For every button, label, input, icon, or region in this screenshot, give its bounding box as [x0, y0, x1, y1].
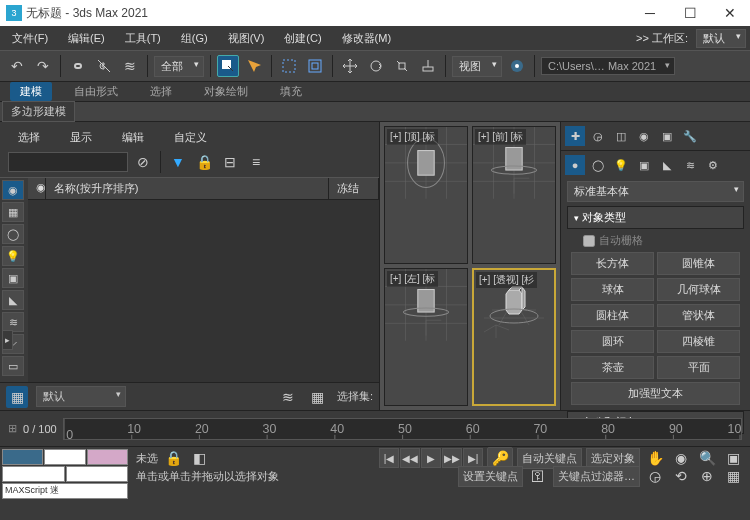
track-a[interactable]	[2, 449, 43, 465]
filter-toggle-button[interactable]: ▼	[167, 151, 189, 173]
track-c[interactable]	[87, 449, 128, 465]
ribbon-tab-freeform[interactable]: 自由形式	[64, 82, 128, 101]
scene-search-input[interactable]	[8, 152, 128, 172]
track-b[interactable]	[44, 449, 85, 465]
motion-tab-icon[interactable]: ◉	[634, 126, 654, 146]
filter-helpers-icon[interactable]: ◣	[2, 290, 24, 310]
prev-frame-button[interactable]: ◀◀	[400, 448, 420, 468]
menu-create[interactable]: 创建(C)	[276, 29, 329, 48]
keyfilter-button[interactable]: 关键点过滤器…	[553, 466, 640, 487]
filter-all-icon[interactable]: ◉	[2, 180, 24, 200]
select-object-button[interactable]	[217, 55, 239, 77]
key-mode-icon[interactable]: ⚿	[527, 465, 549, 487]
menu-modifiers[interactable]: 修改器(M)	[334, 29, 400, 48]
ribbon-tab-selection[interactable]: 选择	[140, 82, 182, 101]
maximize-button[interactable]: ☐	[670, 0, 710, 26]
scale-button[interactable]	[391, 55, 413, 77]
geometry-icon[interactable]: ●	[565, 155, 585, 175]
viewport-perspective-label[interactable]: [+] [透视] [杉	[476, 272, 537, 288]
layers-icon[interactable]: ≋	[277, 386, 299, 408]
nav-orbit-icon[interactable]: ⟲	[670, 465, 692, 487]
placement-button[interactable]	[417, 55, 439, 77]
utilities-tab-icon[interactable]: 🔧	[680, 126, 700, 146]
setkey-button[interactable]: 设置关键点	[458, 466, 523, 487]
view-options-icon[interactable]: ≡	[245, 151, 267, 173]
se-tab-custom[interactable]: 自定义	[164, 128, 217, 147]
col-name[interactable]: 名称(按升序排序)	[46, 178, 329, 199]
helpers-icon[interactable]: ◣	[657, 155, 677, 175]
ribbon-tab-objpaint[interactable]: 对象绘制	[194, 82, 258, 101]
btn-sphere[interactable]: 球体	[571, 278, 654, 301]
viewport-left-label[interactable]: [+] [左] [标	[387, 271, 438, 287]
left-edge-tab[interactable]: ▸	[2, 330, 13, 350]
pivot-center-button[interactable]	[506, 55, 528, 77]
btn-plane[interactable]: 平面	[657, 356, 740, 379]
unlink-button[interactable]	[93, 55, 115, 77]
viewport-top[interactable]: [+] [顶] [标	[384, 126, 468, 264]
spacewarps-icon[interactable]: ≋	[680, 155, 700, 175]
selection-filter[interactable]: 全部	[154, 56, 204, 77]
window-crossing-button[interactable]	[304, 55, 326, 77]
goto-start-button[interactable]: |◀	[379, 448, 399, 468]
filter-spacewarps-icon[interactable]: ≋	[2, 312, 24, 332]
display-tab-icon[interactable]: ▣	[657, 126, 677, 146]
scene-list[interactable]: ◉ 名称(按升序排序) 冻结	[28, 178, 379, 382]
se-tab-select[interactable]: 选择	[8, 128, 50, 147]
se-tab-edit[interactable]: 编辑	[112, 128, 154, 147]
time-slider[interactable]: 0 10 20 30 40 50 60 70 80 90 100	[63, 418, 742, 440]
rotate-button[interactable]	[365, 55, 387, 77]
nav-dolly-icon[interactable]: ⊕	[696, 465, 718, 487]
pin-icon[interactable]: ⊟	[219, 151, 241, 173]
col-frozen[interactable]: 冻结	[329, 178, 379, 199]
filter-groups-icon[interactable]: ▭	[2, 356, 24, 376]
ribbon-tab-populate[interactable]: 填充	[270, 82, 312, 101]
ribbon-tab-modeling[interactable]: 建模	[10, 82, 52, 101]
btn-pyramid[interactable]: 四棱锥	[657, 330, 740, 353]
track-e[interactable]	[66, 466, 129, 482]
ribbon-sub-polymodel[interactable]: 多边形建模	[2, 101, 75, 122]
autogrid-checkbox[interactable]	[583, 235, 595, 247]
lock-selection-icon[interactable]: 🔒	[162, 447, 184, 469]
se-tab-display[interactable]: 显示	[60, 128, 102, 147]
viewport-perspective[interactable]: [+] [透视] [杉	[472, 268, 556, 406]
play-button[interactable]: ▶	[421, 448, 441, 468]
nav-walk-icon[interactable]: ▦	[722, 465, 744, 487]
select-by-name-button[interactable]	[243, 55, 265, 77]
time-config-icon[interactable]: ⊞	[8, 422, 17, 435]
btn-tube[interactable]: 管状体	[657, 304, 740, 327]
viewport-front[interactable]: [+] [前] [标	[472, 126, 556, 264]
modify-tab-icon[interactable]: ◶	[588, 126, 608, 146]
filter-geometry-icon[interactable]: ▦	[2, 202, 24, 222]
filter-cameras-icon[interactable]: ▣	[2, 268, 24, 288]
default-layer-selector[interactable]: 默认	[36, 386, 126, 407]
nav-fov-icon[interactable]: ◶	[644, 465, 666, 487]
rollout-objecttype[interactable]: 对象类型	[567, 206, 744, 229]
btn-textplus[interactable]: 加强型文本	[571, 382, 740, 405]
cameras-icon[interactable]: ▣	[634, 155, 654, 175]
workspace-selector[interactable]: 默认	[696, 29, 746, 48]
move-button[interactable]	[339, 55, 361, 77]
menu-tools[interactable]: 工具(T)	[117, 29, 169, 48]
undo-button[interactable]: ↶	[6, 55, 28, 77]
menu-edit[interactable]: 编辑(E)	[60, 29, 113, 48]
menu-group[interactable]: 组(G)	[173, 29, 216, 48]
isolate-icon[interactable]: ◧	[188, 447, 210, 469]
menu-file[interactable]: 文件(F)	[4, 29, 56, 48]
close-button[interactable]: ✕	[710, 0, 750, 26]
create-tab-icon[interactable]: ✚	[565, 126, 585, 146]
rect-region-button[interactable]	[278, 55, 300, 77]
project-path[interactable]: C:\Users\… Max 2021	[541, 57, 675, 75]
filter-lights-icon[interactable]: 💡	[2, 246, 24, 266]
btn-geosphere[interactable]: 几何球体	[657, 278, 740, 301]
shapes-icon[interactable]: ◯	[588, 155, 608, 175]
menu-view[interactable]: 视图(V)	[220, 29, 273, 48]
btn-torus[interactable]: 圆环	[571, 330, 654, 353]
btn-cone[interactable]: 圆锥体	[657, 252, 740, 275]
minimize-button[interactable]: ─	[630, 0, 670, 26]
systems-icon[interactable]: ⚙	[703, 155, 723, 175]
link-button[interactable]	[67, 55, 89, 77]
viewport-top-label[interactable]: [+] [顶] [标	[387, 129, 438, 145]
track-d[interactable]	[2, 466, 65, 482]
btn-teapot[interactable]: 茶壶	[571, 356, 654, 379]
lights-icon[interactable]: 💡	[611, 155, 631, 175]
